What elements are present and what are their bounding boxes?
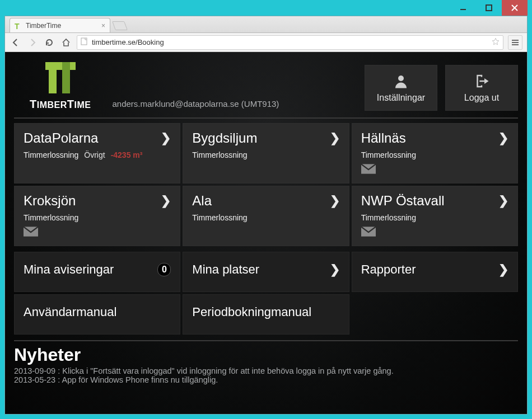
url-text: timbertime.se/Booking: [92, 38, 164, 46]
tab-close-icon[interactable]: ×: [101, 22, 105, 30]
site-tile-nwp-ostavall[interactable]: NWP Östavall ❯ Timmerlossning: [352, 186, 518, 246]
site-name: Kroksjön: [24, 193, 76, 209]
site-tile-ala[interactable]: Ala ❯ Timmerlossning: [183, 186, 349, 246]
settings-label: Inställningar: [377, 93, 425, 103]
browser-tabstrip: T TimberTime ×: [5, 16, 527, 33]
news-section: Nyheter 2013-09-09 : Klicka i "Fortsätt …: [14, 340, 518, 384]
menu-places[interactable]: Mina platser ❯: [183, 252, 349, 292]
chevron-right-icon: ❯: [330, 262, 340, 277]
brand-name: TIMBERTIME: [30, 98, 91, 111]
news-item: 2013-05-23 : App för Windows Phone finns…: [14, 375, 518, 384]
menu-label: Mina platser: [192, 262, 259, 277]
page-viewport: TIMBERTIME anders.marklund@datapolarna.s…: [5, 52, 527, 414]
svg-rect-4: [512, 42, 519, 43]
forward-button[interactable]: [26, 36, 39, 49]
user-identity: anders.marklund@datapolarna.se (UMT913): [112, 99, 279, 109]
window-close-button[interactable]: [502, 0, 528, 16]
site-tile-bygdsiljum[interactable]: Bygdsiljum ❯ Timmerlossning: [183, 123, 349, 183]
address-bar[interactable]: timbertime.se/Booking: [77, 35, 503, 50]
site-sub: Timmerlossning: [361, 213, 416, 222]
mail-icon: [24, 227, 38, 237]
page-icon: [81, 37, 88, 47]
window-maximize-button[interactable]: [476, 0, 502, 16]
chevron-right-icon: ❯: [161, 131, 171, 145]
site-sub: Timmerlossning: [24, 213, 78, 222]
site-tile-hallnas[interactable]: Hällnäs ❯ Timmerlossning: [352, 123, 518, 183]
browser-toolbar: timbertime.se/Booking: [5, 33, 527, 52]
menu-grid: Mina aviseringar 0 Mina platser ❯ Rappor…: [14, 252, 518, 335]
site-tile-datapolarna[interactable]: DataPolarna ❯ Timmerlossning Övrigt -423…: [14, 123, 180, 183]
chevron-right-icon: ❯: [330, 131, 340, 145]
notifications-count-badge: 0: [157, 263, 171, 276]
bookmark-star-icon[interactable]: [492, 37, 500, 47]
svg-rect-2: [81, 38, 87, 45]
menu-label: Periodbokningmanual: [192, 305, 311, 319]
browser-menu-button[interactable]: [508, 35, 522, 50]
svg-rect-1: [486, 5, 492, 11]
svg-rect-5: [512, 44, 519, 45]
site-name: NWP Östavall: [361, 193, 445, 209]
chevron-right-icon: ❯: [498, 131, 508, 145]
window-titlebar: [4, 0, 528, 16]
window-minimize-button[interactable]: [450, 0, 476, 16]
menu-notifications[interactable]: Mina aviseringar 0: [14, 252, 180, 292]
site-negative-volume: -4235 m³: [111, 150, 143, 159]
sites-grid: DataPolarna ❯ Timmerlossning Övrigt -423…: [14, 123, 518, 246]
svg-rect-3: [512, 40, 519, 41]
user-icon: [393, 73, 409, 90]
mail-icon: [361, 164, 376, 174]
site-name: Bygdsiljum: [192, 130, 257, 146]
site-name: Hällnäs: [361, 130, 406, 146]
chevron-right-icon: ❯: [330, 194, 340, 208]
menu-label: Rapporter: [361, 262, 416, 277]
back-button[interactable]: [10, 36, 22, 49]
site-sub: Timmerlossning: [361, 150, 416, 159]
site-sub: Timmerlossning: [24, 150, 78, 159]
page-header: TIMBERTIME anders.marklund@datapolarna.s…: [14, 59, 518, 111]
menu-label: Mina aviseringar: [24, 262, 114, 277]
news-heading: Nyheter: [14, 340, 518, 365]
site-name: Ala: [192, 193, 212, 209]
menu-period-booking-manual[interactable]: Periodbokningmanual: [183, 294, 349, 335]
menu-user-manual[interactable]: Användarmanual: [14, 294, 180, 335]
chevron-right-icon: ❯: [498, 262, 508, 277]
home-button[interactable]: [60, 36, 72, 49]
svg-rect-0: [460, 9, 466, 10]
logout-label: Logga ut: [464, 93, 499, 103]
reload-button[interactable]: [43, 36, 55, 49]
divider: [14, 117, 518, 119]
settings-button[interactable]: Inställningar: [365, 65, 437, 111]
menu-reports[interactable]: Rapporter ❯: [352, 252, 518, 292]
timbertime-logo: [45, 62, 76, 93]
mail-icon: [361, 227, 376, 237]
site-name: DataPolarna: [24, 130, 98, 146]
logout-icon: [473, 73, 490, 90]
menu-label: Användarmanual: [24, 305, 116, 319]
site-extra: Övrigt: [84, 150, 105, 159]
svg-point-6: [398, 76, 404, 81]
chevron-right-icon: ❯: [498, 194, 508, 208]
favicon-timbertime: T: [15, 22, 22, 30]
logout-button[interactable]: Logga ut: [445, 65, 518, 111]
site-sub: Timmerlossning: [192, 150, 247, 159]
chevron-right-icon: ❯: [161, 194, 171, 208]
tab-title: TimberTime: [26, 22, 61, 30]
site-tile-kroksjon[interactable]: Kroksjön ❯ Timmerlossning: [14, 186, 180, 246]
new-tab-button[interactable]: [112, 21, 128, 30]
browser-tab-timbertime[interactable]: T TimberTime ×: [10, 18, 110, 32]
news-item: 2013-09-09 : Klicka i "Fortsätt vara inl…: [14, 366, 518, 375]
site-sub: Timmerlossning: [192, 213, 247, 222]
brand-block: TIMBERTIME: [14, 59, 96, 111]
